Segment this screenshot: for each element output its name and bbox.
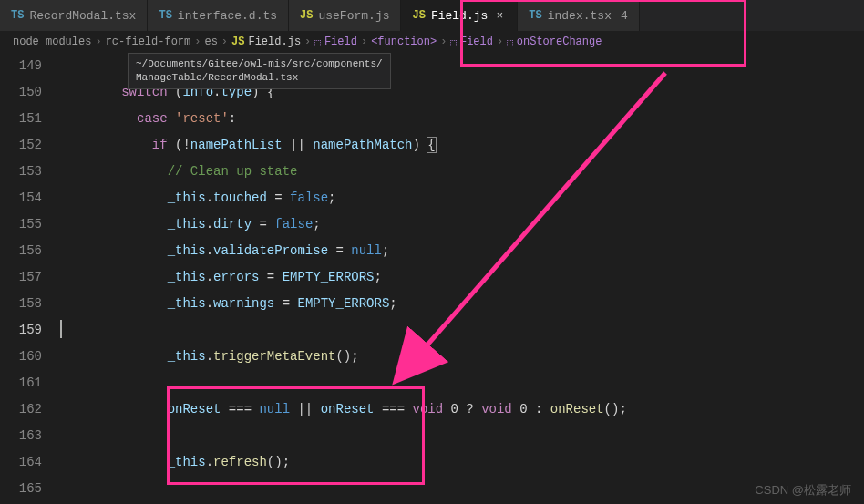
chevron-right-icon: › [440,36,447,48]
breadcrumb-symbol[interactable]: ⬚Field [314,36,357,48]
chevron-right-icon: › [221,36,228,48]
line-number: 154 [0,185,42,211]
tab-useform[interactable]: JS useForm.js [289,0,401,31]
breadcrumb-segment[interactable]: es [204,36,217,48]
code-line: // Clean up state [60,159,864,185]
tab-recordmodal[interactable]: TS RecordModal.tsx [0,0,148,31]
tab-label: Field.js [431,9,488,23]
tab-label: useForm.js [318,9,389,23]
chevron-right-icon: › [304,36,311,48]
close-icon[interactable]: × [493,9,506,23]
line-number: 153 [0,159,42,185]
tab-bar: TS RecordModal.tsx TS interface.d.ts JS … [0,0,864,31]
tab-label: interface.d.ts [178,9,277,23]
breadcrumb-segment[interactable]: node_modules [13,36,91,48]
tab-label: RecordModal.tsx [29,9,136,23]
line-number: 152 [0,132,42,159]
line-number: 165 [0,476,42,502]
method-icon: ⬚ [507,36,513,48]
line-number: 151 [0,106,42,132]
line-number: 161 [0,370,42,396]
path-tooltip: ~/Documents/Gitee/owl-mis/src/components… [128,53,391,89]
chevron-right-icon: › [361,36,367,48]
code-line: onReset === null || onReset === void 0 ?… [60,396,864,423]
class-icon: ⬚ [314,36,321,48]
line-number: 150 [0,79,42,106]
code-content[interactable]: switch (info.type) { case 'reset': if (!… [60,53,864,504]
typescript-icon: TS [11,9,24,22]
tab-interface[interactable]: TS interface.d.ts [148,0,289,31]
line-number-gutter: 1491501511521531541551561571581591601611… [0,53,60,504]
code-line: _this.validatePromise = null; [60,238,864,264]
chevron-right-icon: › [497,36,503,48]
chevron-right-icon: › [95,36,101,48]
code-line: _this.dirty = false; [60,211,864,238]
breadcrumb-symbol[interactable]: ⬚onStoreChange [507,36,602,48]
text-cursor [60,320,62,338]
code-line: _this.warnings = EMPTY_ERRORS; [60,291,864,317]
line-number: 156 [0,238,42,264]
breadcrumb-file[interactable]: Field.js [248,36,301,48]
tab-index[interactable]: TS index.tsx 4 [518,0,639,31]
code-line [60,317,864,344]
code-line: _this.errors = EMPTY_ERRORS; [60,264,864,291]
line-number: 158 [0,291,42,317]
code-line: case 'reset': [60,106,864,132]
tab-field[interactable]: JS Field.js × [401,0,518,31]
breadcrumb-symbol[interactable]: <function> [371,36,437,48]
line-number: 155 [0,211,42,238]
problem-count-badge: 4 [621,9,628,23]
line-number: 163 [0,423,42,449]
code-line: _this.refresh(); [60,449,864,476]
code-line [60,370,864,396]
field-icon: ⬚ [450,36,457,48]
line-number: 164 [0,449,42,476]
line-number: 160 [0,344,42,370]
breadcrumb-symbol[interactable]: ⬚Field [450,36,493,48]
code-line [60,476,864,502]
line-number: 159 [0,317,42,344]
code-line: _this.touched = false; [60,185,864,211]
line-number: 157 [0,264,42,291]
tooltip-line: ManageTable/RecordModal.tsx [136,71,383,85]
tooltip-line: ~/Documents/Gitee/owl-mis/src/components… [136,57,383,71]
editor-area[interactable]: 1491501511521531541551561571581591601611… [0,53,864,504]
chevron-right-icon: › [194,36,201,48]
tab-label: index.tsx [548,9,612,23]
code-line [60,423,864,449]
line-number: 149 [0,53,42,79]
line-number: 162 [0,396,42,423]
breadcrumb-segment[interactable]: rc-field-form [106,36,191,48]
brace-match: { [427,137,436,153]
breadcrumb[interactable]: node_modules › rc-field-form › es › JS F… [0,31,864,53]
code-line: _this.triggerMetaEvent(); [60,344,864,370]
javascript-icon: JS [300,9,313,22]
watermark: CSDN @松露老师 [755,482,851,499]
typescript-icon: TS [529,9,541,22]
code-line: if (!namePathList || namePathMatch) { [60,132,864,159]
javascript-icon: JS [412,9,425,22]
typescript-icon: TS [159,9,171,22]
javascript-icon: JS [231,36,244,48]
